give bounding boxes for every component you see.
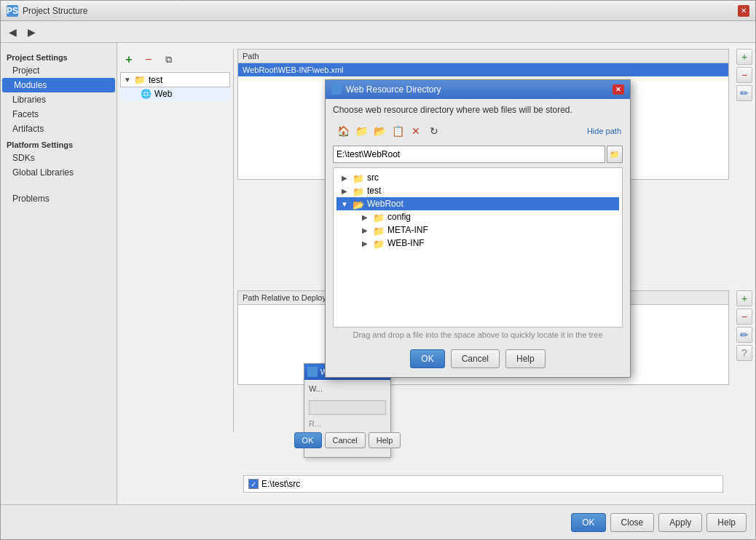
- sidebar: Project Settings Project Modules Librari…: [1, 43, 117, 504]
- path-relative-actions: + − ✏ ?: [736, 290, 752, 361]
- inner-ok-button-b[interactable]: OK: [294, 432, 322, 448]
- dialog-buttons: OK Cancel Help: [333, 345, 623, 371]
- sidebar-item-libraries[interactable]: Libraries: [1, 92, 117, 107]
- app-icon: PS: [7, 5, 18, 17]
- inner-cancel-button-b[interactable]: Cancel: [325, 432, 366, 448]
- dialog-cancel-button[interactable]: Cancel: [451, 349, 500, 368]
- module-expand-row: ▼ 📁 test: [120, 72, 230, 87]
- sidebar-item-global-libraries[interactable]: Global Libraries: [1, 165, 117, 180]
- copy-module-button[interactable]: ⧉: [160, 52, 177, 68]
- dialog-path-input[interactable]: [333, 146, 605, 163]
- sidebar-item-sdks[interactable]: SDKs: [1, 151, 117, 165]
- edit-relative-path-button[interactable]: ✏: [736, 327, 752, 343]
- test-toggle[interactable]: ▶: [339, 186, 350, 196]
- tree-item-webroot[interactable]: ▼ 📂 WebRoot: [336, 197, 619, 210]
- sidebar-item-artifacts[interactable]: Artifacts: [1, 122, 117, 136]
- add-path-button[interactable]: +: [736, 49, 752, 65]
- config-toggle[interactable]: ▶: [360, 212, 370, 222]
- dialog-home-btn[interactable]: 🏠: [334, 123, 352, 139]
- tree-item-src[interactable]: ▶ 📁 src: [336, 171, 619, 184]
- ok-button[interactable]: OK: [571, 513, 605, 532]
- inner-dialog-b-hint: R...: [309, 419, 386, 428]
- help-button[interactable]: Help: [706, 513, 747, 532]
- sidebar-item-problems[interactable]: Problems: [1, 191, 117, 206]
- remove-module-button[interactable]: −: [140, 52, 157, 68]
- dialog-ok-button[interactable]: OK: [410, 349, 444, 368]
- src-label: src: [367, 172, 379, 183]
- sidebar-item-facets[interactable]: Facets: [1, 107, 117, 122]
- config-label: config: [387, 212, 411, 222]
- config-folder-icon: 📁: [373, 213, 385, 221]
- sidebar-item-modules[interactable]: Modules: [2, 78, 115, 92]
- dialog-path-browse-btn[interactable]: 📁: [607, 146, 623, 163]
- inner-dialog-b-field: [309, 400, 386, 415]
- meta-inf-folder-icon: 📁: [373, 226, 385, 234]
- dialog-title-icon: [331, 84, 342, 95]
- project-settings-label: Project Settings: [1, 49, 117, 63]
- tree-webroot-children: ▶ 📁 config ▶ 📁 META-INF ▶: [336, 210, 619, 250]
- test-label: test: [367, 186, 381, 196]
- module-toggle-icon[interactable]: ▼: [124, 76, 131, 84]
- dialog-footer-hint: Drag and drop a file into the space abov…: [333, 330, 623, 339]
- webroot-label: WebRoot: [367, 199, 403, 209]
- dialog-file-tree: ▶ 📁 src ▶ 📁 test ▼ 📂: [333, 167, 623, 327]
- tree-item-meta-inf[interactable]: ▶ 📁 META-INF: [357, 223, 619, 237]
- dialog-toolbar: 🏠 📁 📂 📋 ✕ ↻ Hide path: [333, 121, 623, 141]
- main-panel: + − ⧉ ▼ 📁 test 🌐 Web Path WebRoot\WE: [117, 43, 755, 504]
- edit-path-button[interactable]: ✏: [736, 85, 752, 101]
- module-web-label: Web: [154, 89, 172, 99]
- remove-path-button[interactable]: −: [736, 67, 752, 83]
- meta-inf-label: META-INF: [387, 225, 428, 235]
- tree-item-web-inf[interactable]: ▶ 📁 WEB-INF: [357, 237, 619, 250]
- close-button[interactable]: Close: [610, 513, 655, 532]
- sidebar-item-project[interactable]: Project: [1, 63, 117, 78]
- forward-button[interactable]: ▶: [23, 24, 40, 40]
- window-title: Project Structure: [23, 6, 87, 16]
- inner-dialog-b-buttons: OK Cancel Help: [309, 432, 386, 448]
- test-folder-icon: 📁: [353, 186, 364, 195]
- path-checkbox[interactable]: ✓: [248, 479, 259, 489]
- dialog-refresh-btn[interactable]: ↻: [425, 123, 443, 139]
- meta-inf-toggle[interactable]: ▶: [360, 225, 370, 235]
- window-close-button[interactable]: ✕: [738, 5, 749, 17]
- dialog-close-button[interactable]: ✕: [613, 84, 624, 95]
- inner-dialog-b-text: W...: [309, 384, 386, 393]
- add-module-button[interactable]: +: [120, 52, 138, 68]
- dialog-description: Choose web resource directory where web …: [333, 105, 623, 115]
- tree-item-test[interactable]: ▶ 📁 test: [336, 184, 619, 197]
- platform-settings-label: Platform Settings: [1, 136, 117, 151]
- checked-path-row: ✓ E:\test\src: [243, 475, 723, 493]
- web-inf-folder-icon: 📁: [373, 239, 385, 247]
- hide-path-label[interactable]: Hide path: [587, 127, 621, 135]
- checked-path-area: ✓ E:\test\src: [237, 471, 729, 497]
- back-button[interactable]: ◀: [4, 24, 21, 40]
- webroot-toggle[interactable]: ▼: [339, 199, 350, 209]
- web-resource-dialog: Web Resource Directory ✕ Choose web reso…: [325, 79, 631, 378]
- inner-dialog-b-body: W... R... OK Cancel Help: [304, 380, 390, 453]
- dialog-folder-btn[interactable]: 📁: [353, 123, 370, 139]
- path-column-header: Path: [238, 49, 728, 63]
- module-web-item[interactable]: 🌐 Web: [120, 87, 230, 100]
- path-value-row[interactable]: WebRoot\WEB-INF\web.xml: [238, 63, 728, 76]
- module-folder-icon: 📁: [134, 74, 146, 85]
- web-icon: 🌐: [141, 89, 151, 99]
- title-bar: PS Project Structure ✕: [1, 1, 755, 21]
- module-toolbar: + − ⧉: [120, 52, 230, 68]
- web-resource-dialog-titlebar: Web Resource Directory ✕: [326, 80, 630, 99]
- dialog-delete-btn[interactable]: ✕: [407, 123, 425, 139]
- web-inf-toggle[interactable]: ▶: [360, 238, 370, 248]
- remove-relative-path-button[interactable]: −: [736, 309, 752, 325]
- bottom-bar: OK Close Apply Help: [1, 504, 755, 539]
- module-tree-panel: + − ⧉ ▼ 📁 test 🌐 Web: [117, 49, 234, 432]
- add-relative-path-button[interactable]: +: [736, 290, 752, 306]
- src-toggle[interactable]: ▶: [339, 172, 350, 183]
- help-relative-path-button[interactable]: ?: [736, 345, 752, 361]
- inner-help-button-b[interactable]: Help: [369, 432, 401, 448]
- tree-item-config[interactable]: ▶ 📁 config: [357, 210, 619, 223]
- dialog-path-row: 📁: [333, 146, 623, 163]
- dialog-help-button[interactable]: Help: [505, 349, 546, 368]
- dialog-up-btn[interactable]: 📋: [389, 123, 406, 139]
- apply-button[interactable]: Apply: [658, 513, 702, 532]
- dialog-new-folder-btn[interactable]: 📂: [371, 123, 388, 139]
- checked-path-value: E:\test\src: [261, 479, 300, 489]
